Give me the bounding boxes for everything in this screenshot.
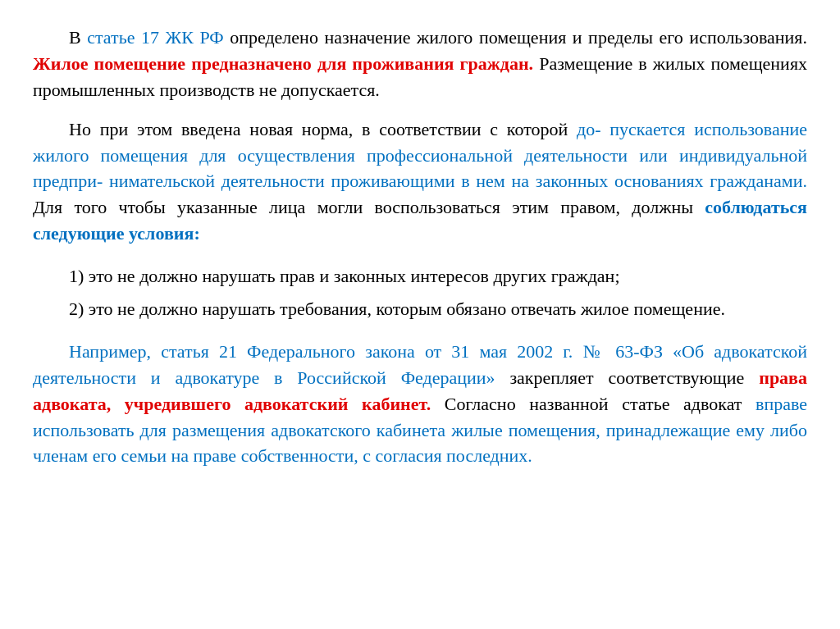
paragraph-3: Например, статья 21 Федерального закона … <box>33 339 807 469</box>
highlighted-text-1: Жилое помещение предназначено для прожив… <box>33 53 533 74</box>
paragraph-1: В статье 17 ЖК РФ определено назначение … <box>33 25 807 103</box>
link-article-17: статье 17 ЖК РФ <box>87 27 223 48</box>
paragraph-2: Но при этом введена новая норма, в соотв… <box>33 116 807 247</box>
highlighted-blue-1: до- пускается использование жилого помещ… <box>33 119 807 192</box>
list-item-1: 1) это не должно нарушать прав и законны… <box>33 263 807 289</box>
highlighted-blue-2: Например, статья 21 Федерального закона … <box>33 341 807 388</box>
highlighted-blue-bold-1: соблюдаться следующие условия: <box>33 197 807 244</box>
list-item-2: 2) это не должно нарушать требования, ко… <box>33 296 807 322</box>
main-content: В статье 17 ЖК РФ определено назначение … <box>33 25 807 469</box>
